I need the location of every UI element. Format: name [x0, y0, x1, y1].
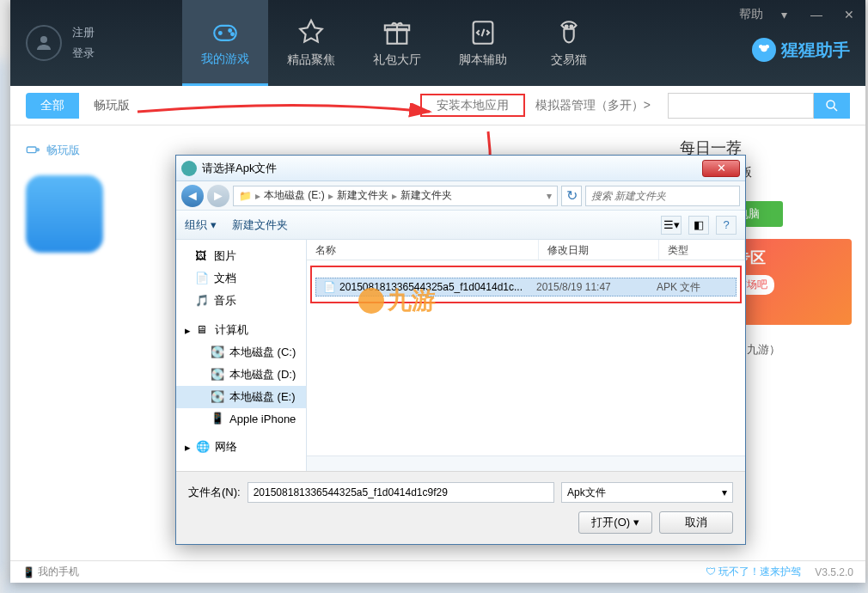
statusbar: 📱 我的手机 🛡 玩不了！速来护驾 V3.5.2.0: [10, 560, 865, 583]
svg-point-9: [570, 26, 572, 28]
newfolder-button[interactable]: 新建文件夹: [232, 217, 288, 233]
svg-point-15: [37, 149, 40, 151]
close-button[interactable]: ✕: [833, 0, 865, 29]
svg-point-3: [229, 29, 231, 32]
svg-point-4: [231, 33, 234, 35]
computer-icon: 🖥: [196, 323, 210, 337]
svg-point-8: [565, 26, 568, 28]
minimize-button[interactable]: —: [800, 0, 833, 29]
refresh-button[interactable]: ↻: [561, 186, 582, 206]
watermark: 九游: [358, 284, 436, 317]
file-icon: 📄: [323, 281, 336, 293]
svg-rect-14: [27, 147, 36, 153]
tree-network[interactable]: ▸🌐网络: [176, 436, 306, 458]
tab-scripts[interactable]: 脚本辅助: [440, 0, 526, 86]
dialog-navbar: ◄ ► 📁 ▸ 本地磁盘 (E:)▸ 新建文件夹▸ 新建文件夹 ▾ ↻: [176, 181, 745, 211]
tab-label: 我的游戏: [201, 52, 249, 67]
tree-pictures[interactable]: 🖼图片: [176, 245, 306, 267]
col-type[interactable]: 类型: [659, 240, 745, 260]
search-button[interactable]: [814, 93, 850, 119]
filename-input[interactable]: [248, 482, 554, 503]
tab-label: 精品聚焦: [287, 52, 335, 68]
view-mode-button[interactable]: ☰▾: [661, 216, 682, 235]
filename-label: 文件名(N):: [188, 485, 241, 500]
folder-tree[interactable]: 🖼图片 📄文档 🎵音乐 ▸🖥计算机 💽本地磁盘 (C:) 💽本地磁盘 (D:) …: [176, 240, 307, 471]
breadcrumb[interactable]: 📁 ▸ 本地磁盘 (E:)▸ 新建文件夹▸ 新建文件夹 ▾: [233, 186, 558, 206]
nav-forward-button[interactable]: ►: [207, 185, 229, 207]
tab-gifts[interactable]: 礼包大厅: [354, 0, 440, 86]
dialog-toolbar: 组织 ▾ 新建文件夹 ☰▾ ◧ ?: [176, 211, 745, 240]
app-tile[interactable]: [26, 175, 103, 253]
tree-drive-c[interactable]: 💽本地磁盘 (C:): [176, 341, 306, 364]
filetype-filter[interactable]: Apk文件▾: [561, 482, 733, 503]
h-scrollbar[interactable]: [307, 455, 745, 471]
file-list[interactable]: 名称 修改日期 类型 📄201508181336544325a5_f1d0414…: [307, 240, 745, 471]
tree-documents[interactable]: 📄文档: [176, 267, 306, 290]
menu-button[interactable]: ▾: [767, 0, 800, 29]
folder-icon: 📁: [239, 190, 252, 202]
login-link[interactable]: 登录: [72, 46, 95, 61]
pill-play[interactable]: 畅玩版: [79, 93, 144, 119]
pictures-icon: 🖼: [195, 249, 209, 263]
version-label: V3.5.2.0: [815, 566, 853, 578]
open-button[interactable]: 打开(O) ▾: [578, 511, 652, 534]
tab-label: 脚本辅助: [459, 52, 507, 68]
svg-point-2: [219, 32, 222, 34]
dialog-search-input[interactable]: [585, 186, 740, 206]
tab-mygames[interactable]: 我的游戏: [182, 0, 268, 86]
tab-featured[interactable]: 精品聚焦: [268, 0, 354, 86]
phone-icon: 📱: [22, 566, 35, 578]
svg-point-0: [40, 36, 47, 43]
cancel-button[interactable]: 取消: [659, 511, 733, 534]
toolbar: 全部 畅玩版 安装本地应用 模拟器管理（多开）>: [10, 86, 865, 125]
drive-icon: 💽: [211, 345, 224, 359]
help-icon-button[interactable]: ?: [716, 216, 737, 235]
tab-label: 礼包大厅: [373, 52, 421, 68]
install-local-button[interactable]: 安装本地应用: [424, 93, 522, 117]
tree-computer[interactable]: ▸🖥计算机: [176, 319, 306, 341]
music-icon: 🎵: [195, 294, 209, 308]
sidebar-playver[interactable]: 畅玩版: [26, 138, 167, 163]
tab-label: 交易猫: [551, 52, 587, 68]
tab-trade[interactable]: 交易猫: [526, 0, 612, 86]
drive-icon: 💽: [211, 390, 224, 404]
svg-point-13: [827, 101, 834, 108]
dialog-close-button[interactable]: ✕: [702, 160, 740, 177]
preview-pane-button[interactable]: ◧: [688, 216, 709, 235]
nav-back-button[interactable]: ◄: [181, 185, 204, 207]
dialog-icon: [181, 161, 197, 176]
search-input[interactable]: [668, 93, 814, 119]
titlebar: 注册 登录 我的游戏 精品聚焦 礼包大厅 脚本辅助 交: [10, 0, 865, 86]
svg-point-11: [759, 45, 763, 49]
tree-iphone[interactable]: 📱Apple iPhone: [176, 408, 306, 429]
myphone-label[interactable]: 我的手机: [38, 565, 79, 579]
phone-icon: 📱: [211, 412, 224, 425]
svg-point-12: [766, 45, 770, 49]
tree-drive-d[interactable]: 💽本地磁盘 (D:): [176, 364, 306, 386]
documents-icon: 📄: [195, 272, 209, 285]
network-icon: 🌐: [196, 440, 210, 454]
avatar[interactable]: [26, 25, 62, 61]
register-link[interactable]: 注册: [72, 25, 95, 40]
tree-drive-e[interactable]: 💽本地磁盘 (E:): [176, 386, 306, 408]
help-play-link[interactable]: 🛡 玩不了！速来护驾: [706, 565, 801, 579]
col-name[interactable]: 名称: [307, 240, 539, 260]
drive-icon: 💽: [211, 368, 224, 382]
monkey-icon: [752, 38, 776, 62]
file-dialog: 请选择Apk文件 ✕ ◄ ► 📁 ▸ 本地磁盘 (E:)▸ 新建文件夹▸ 新建文…: [175, 155, 746, 545]
pill-all[interactable]: 全部: [26, 93, 79, 119]
brand-logo: 猩猩助手: [752, 38, 850, 62]
help-button[interactable]: 帮助: [735, 0, 767, 29]
tree-music[interactable]: 🎵音乐: [176, 290, 306, 312]
dialog-title: 请选择Apk文件: [202, 161, 277, 176]
organize-menu[interactable]: 组织 ▾: [185, 217, 217, 233]
emulator-manager-link[interactable]: 模拟器管理（多开）>: [535, 98, 651, 113]
col-date[interactable]: 修改日期: [539, 240, 659, 260]
dialog-titlebar[interactable]: 请选择Apk文件 ✕: [176, 156, 745, 181]
sidebar: 畅玩版: [10, 129, 182, 261]
dialog-footer: 文件名(N): Apk文件▾ 打开(O) ▾ 取消: [176, 471, 745, 544]
column-headers[interactable]: 名称 修改日期 类型: [307, 240, 745, 260]
